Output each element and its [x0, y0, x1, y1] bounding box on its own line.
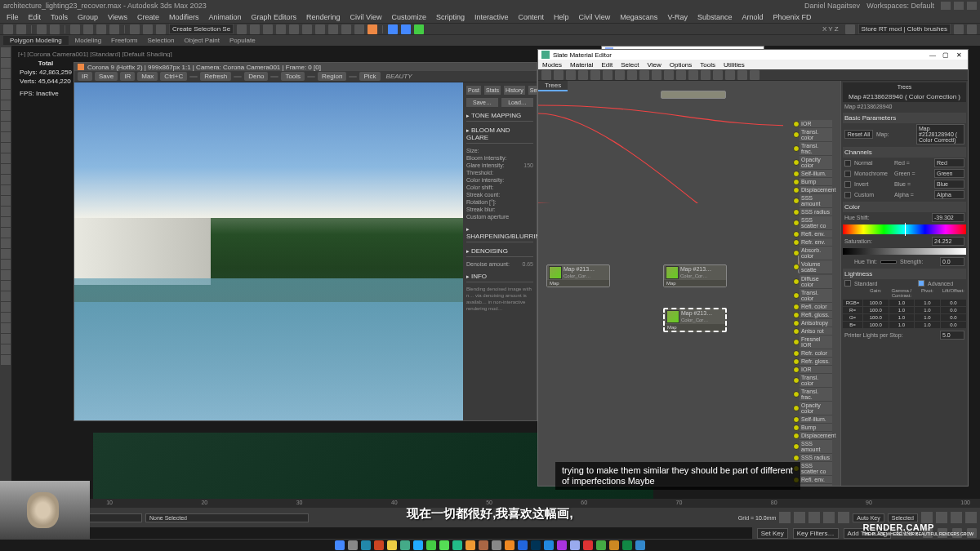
gain-cell[interactable]: 100.0: [863, 307, 889, 313]
gain-cell[interactable]: 0.0: [941, 314, 966, 321]
vfb-filter[interactable]: BEAUTY: [383, 73, 416, 80]
vfb-param-color_shift[interactable]: Color shift:: [466, 184, 533, 191]
slate-minimize[interactable]: —: [927, 51, 938, 59]
prev-frame-icon[interactable]: [794, 512, 805, 523]
mirror-icon[interactable]: [263, 24, 273, 34]
menu-group[interactable]: Group: [73, 13, 103, 21]
render-setup-icon[interactable]: [341, 24, 351, 34]
vfb-titlebar[interactable]: Corona 9 (Hotfix 2) | 999x867px 1:1 | Ca…: [74, 63, 537, 71]
extra-b-icon[interactable]: [967, 24, 977, 34]
left-tool-29[interactable]: [1, 355, 11, 365]
taskbar-app-3[interactable]: [374, 540, 384, 550]
vfb-btn-14[interactable]: Pick: [359, 72, 380, 81]
nav-a-icon[interactable]: [921, 512, 933, 523]
menu-views[interactable]: Views: [103, 13, 132, 21]
left-tool-15[interactable]: [1, 207, 11, 216]
rotate-icon[interactable]: [96, 24, 106, 34]
nav-b-icon[interactable]: [936, 512, 947, 523]
gain-cell[interactable]: 0.0: [941, 322, 966, 328]
gain-cell[interactable]: 1.0: [915, 300, 940, 306]
vfb-section-bloom[interactable]: BLOOM AND GLARE: [466, 125, 533, 144]
vfb-section-denoise[interactable]: DENOISING: [466, 246, 533, 257]
move-icon[interactable]: [83, 24, 93, 34]
left-tool-2[interactable]: [1, 69, 11, 78]
store-dropdown[interactable]: Store RT mod | Cloth brushes: [858, 24, 951, 34]
slate-material-editor[interactable]: Slate Material Editor — ▢ ✕ ModesMateria…: [537, 49, 969, 487]
slate-menu-edit[interactable]: Edit: [597, 61, 617, 69]
slot-sss-amount[interactable]: SSS amount: [800, 440, 832, 454]
ribbon-tab-freeform[interactable]: Freeform: [108, 37, 140, 44]
slate-tool-8[interactable]: [639, 70, 649, 80]
slot-transl-frac-[interactable]: Transl. frac.: [800, 142, 832, 156]
menu-modifiers[interactable]: Modifiers: [164, 13, 204, 21]
taskbar-app-9[interactable]: [452, 540, 462, 550]
slate-tool-17[interactable]: [750, 70, 760, 80]
play-icon[interactable]: [808, 512, 820, 523]
left-tool-6[interactable]: [1, 111, 11, 121]
menu-edit[interactable]: Edit: [24, 13, 47, 21]
left-tool-27[interactable]: [1, 334, 11, 344]
slot-refl-color[interactable]: Refl. color: [800, 303, 832, 311]
taskbar-app-18[interactable]: [570, 540, 580, 550]
vfb-tab-stats[interactable]: Stats: [484, 86, 501, 95]
slate-tool-15[interactable]: [725, 70, 735, 80]
material-editor-icon[interactable]: [328, 24, 338, 34]
workspace-selector[interactable]: Workspaces: Default: [866, 2, 934, 10]
menu-megascans[interactable]: Megascans: [615, 13, 662, 21]
taskbar-app-6[interactable]: [413, 540, 423, 550]
vfb-section-sharpen[interactable]: SHARPENING/BLURRING: [466, 224, 533, 242]
vfb-tab-history[interactable]: History: [504, 86, 525, 95]
left-tool-20[interactable]: [1, 260, 11, 269]
node-top-strip[interactable]: [661, 91, 726, 99]
slate-tool-5[interactable]: [603, 70, 612, 80]
slot-bump[interactable]: Bump: [800, 424, 832, 432]
left-tool-0[interactable]: [1, 47, 11, 57]
taskbar-app-22[interactable]: [622, 540, 632, 550]
taskbar-app-7[interactable]: [426, 540, 436, 550]
vfb-param-threshold[interactable]: Threshold:: [466, 169, 533, 176]
vfb-btn-4[interactable]: Ctrl+C: [160, 72, 187, 81]
left-tool-17[interactable]: [1, 228, 11, 238]
slot-anisotropy[interactable]: Anisotropy: [800, 319, 832, 327]
menu-file[interactable]: File: [2, 13, 24, 21]
left-tool-4[interactable]: [1, 90, 11, 100]
node-colorcorrect-1[interactable]: Map #213… Color_Cor… Map: [546, 264, 610, 287]
slate-tool-7[interactable]: [627, 70, 637, 80]
left-tool-12[interactable]: [1, 175, 11, 184]
slate-titlebar[interactable]: Slate Material Editor — ▢ ✕: [538, 50, 968, 60]
left-tool-1[interactable]: [1, 58, 11, 68]
vfb-btn-2[interactable]: IR: [120, 72, 135, 81]
left-tool-14[interactable]: [1, 196, 11, 206]
menu-help[interactable]: Help: [549, 13, 574, 21]
slate-tool-4[interactable]: [590, 70, 600, 80]
slate-tool-9[interactable]: [652, 70, 662, 80]
render-icon[interactable]: [368, 24, 377, 34]
selection-set-dropdown[interactable]: Create Selection Se: [169, 24, 234, 34]
slot-transl-color[interactable]: Transl. color: [800, 374, 832, 388]
saturation-slider[interactable]: [843, 248, 966, 255]
selected-dropdown[interactable]: Selected: [888, 513, 918, 522]
taskbar-app-8[interactable]: [439, 540, 449, 550]
axis-lock-icon[interactable]: [845, 24, 855, 34]
ribbon-tab-object paint[interactable]: Object Paint: [180, 37, 223, 44]
slate-menu-utilities[interactable]: Utilities: [719, 61, 749, 69]
left-tool-13[interactable]: [1, 185, 11, 195]
vfb-param-streak_blur[interactable]: Streak blur:: [466, 206, 533, 213]
vfb-tab-post[interactable]: Post: [466, 86, 481, 95]
taskbar-app-1[interactable]: [348, 540, 358, 550]
left-tool-8[interactable]: [1, 132, 11, 142]
vfb-btn-13[interactable]: [349, 76, 357, 78]
taskbar-app-17[interactable]: [557, 540, 567, 550]
redo-icon[interactable]: [16, 24, 26, 34]
percent-snap-icon[interactable]: [156, 24, 166, 34]
vfb-btn-11[interactable]: [307, 76, 315, 78]
taskbar-app-5[interactable]: [400, 540, 410, 550]
slate-menu-select[interactable]: Select: [617, 61, 643, 69]
goto-end-icon[interactable]: [838, 512, 849, 523]
slot-aniso-rot[interactable]: Aniso rot: [800, 327, 832, 335]
gain-cell[interactable]: 100.0: [863, 322, 889, 328]
taskbar-app-13[interactable]: [505, 540, 514, 550]
vfb-load-button[interactable]: Load…: [501, 98, 533, 107]
menu-v-ray[interactable]: V-Ray: [662, 13, 693, 21]
menu-civil-view[interactable]: Civil View: [345, 13, 387, 21]
